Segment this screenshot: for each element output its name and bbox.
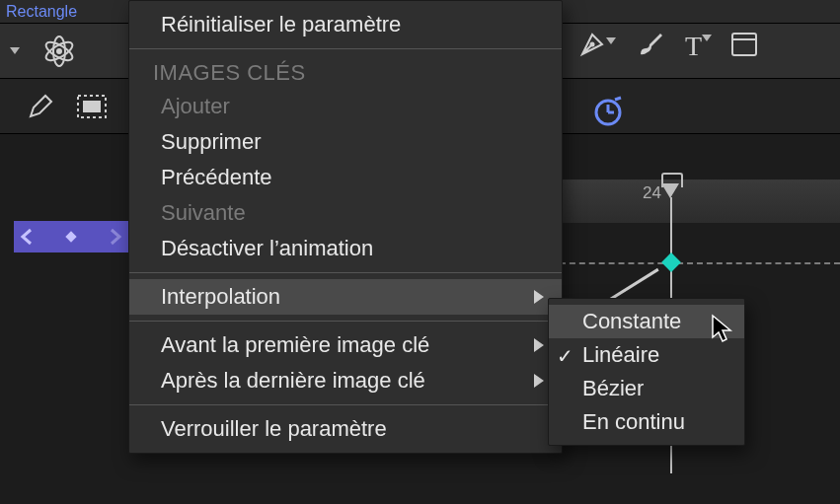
- disclosure-button[interactable]: [10, 47, 20, 54]
- svg-rect-9: [65, 231, 76, 242]
- ruler-tick-label: 24: [643, 183, 661, 203]
- chevron-down-icon: [606, 37, 616, 61]
- chevron-down-icon: [702, 35, 712, 58]
- menu-label: Précédente: [161, 165, 272, 190]
- text-tool[interactable]: T: [685, 31, 712, 62]
- menu-label: Supprimer: [161, 129, 261, 155]
- menu-reset-parameter[interactable]: Réinitialiser le paramètre: [129, 7, 562, 42]
- pencil-icon[interactable]: [28, 94, 53, 119]
- submenu-label: Constante: [582, 309, 681, 333]
- menu-label: Désactiver l’animation: [161, 236, 373, 261]
- submenu-arrow-icon: [534, 374, 544, 388]
- track-clip[interactable]: [14, 221, 128, 252]
- menu-before-first-keyframe[interactable]: Avant la première image clé: [129, 327, 562, 363]
- menu-interpolation[interactable]: Interpolation: [129, 279, 562, 315]
- atom-tool[interactable]: [41, 34, 77, 69]
- context-menu: Réinitialiser le paramètre IMAGES CLÉS A…: [128, 0, 563, 454]
- submenu-label: En continu: [582, 409, 685, 434]
- submenu-bezier[interactable]: Bézier: [549, 372, 744, 405]
- menu-add-keyframe: Ajouter: [129, 89, 562, 124]
- marquee-icon[interactable]: [77, 95, 107, 118]
- menu-label: Suivante: [161, 200, 246, 226]
- menu-label: Après la dernière image clé: [161, 368, 425, 394]
- svg-rect-8: [83, 101, 101, 112]
- menu-label: Interpolation: [161, 284, 280, 310]
- menu-label: Ajouter: [161, 94, 230, 119]
- svg-point-4: [590, 42, 595, 47]
- playhead-marker[interactable]: [661, 183, 679, 198]
- window-title: Rectangle: [6, 3, 77, 21]
- menu-section-keyframes: IMAGES CLÉS: [129, 55, 562, 89]
- submenu-label: Bézier: [582, 376, 644, 400]
- submenu-arrow-icon: [534, 290, 544, 304]
- menu-after-last-keyframe[interactable]: Après la dernière image clé: [129, 363, 562, 398]
- chevron-left-icon[interactable]: [20, 228, 34, 246]
- text-tool-label: T: [685, 31, 702, 61]
- brush-icon: [636, 30, 665, 59]
- svg-rect-5: [732, 34, 756, 55]
- submenu-arrow-icon: [534, 338, 544, 352]
- menu-lock-parameter[interactable]: Verrouiller le paramètre: [129, 411, 562, 447]
- panel-tool[interactable]: [731, 33, 757, 60]
- menu-separator: [129, 272, 562, 273]
- submenu-label: Linéaire: [582, 342, 659, 367]
- menu-label: Réinitialiser le paramètre: [161, 12, 401, 37]
- menu-separator: [129, 404, 562, 405]
- submenu-continu[interactable]: En continu: [549, 405, 744, 439]
- checkmark-icon: ✓: [557, 344, 573, 368]
- menu-label: Avant la première image clé: [161, 332, 429, 358]
- pen-tool[interactable]: [578, 31, 616, 62]
- panel-icon: [731, 33, 757, 56]
- menu-next-keyframe: Suivante: [129, 195, 562, 231]
- menu-separator: [129, 321, 562, 322]
- menu-disable-animation[interactable]: Désactiver l’animation: [129, 231, 562, 266]
- atom-icon: [41, 34, 77, 69]
- chevron-down-icon: [10, 47, 20, 54]
- keyframe-diamond-icon[interactable]: [63, 229, 79, 245]
- pen-nib-icon: [578, 31, 606, 58]
- svg-point-3: [56, 48, 62, 54]
- menu-label: Verrouiller le paramètre: [161, 416, 387, 442]
- mouse-cursor: [711, 314, 734, 347]
- chevron-right-icon[interactable]: [109, 228, 122, 246]
- menu-delete-keyframe[interactable]: Supprimer: [129, 124, 562, 160]
- menu-previous-keyframe[interactable]: Précédente: [129, 160, 562, 195]
- menu-separator: [129, 48, 562, 49]
- keyframe-node[interactable]: [661, 252, 681, 272]
- brush-tool[interactable]: [636, 30, 665, 63]
- clock-icon: [592, 95, 624, 130]
